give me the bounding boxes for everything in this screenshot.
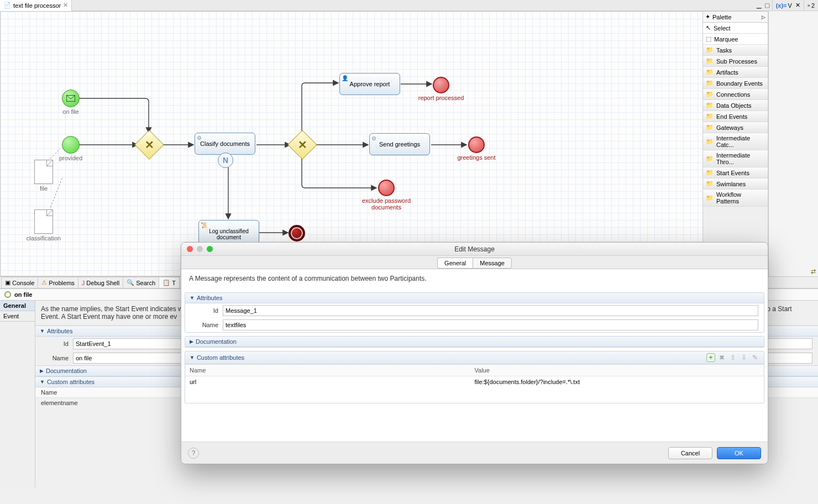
palette-cat-label: Connections [716, 91, 750, 98]
script-icon: 📜 [201, 222, 207, 228]
dialog-section-attributes-head[interactable]: ▼Attributes [185, 293, 764, 303]
end-event-greetings-sent[interactable]: greetings sent [468, 136, 485, 153]
palette-cat-startevents[interactable]: 📁Start Events [703, 167, 768, 179]
minimize-icon[interactable]: ▁ [757, 2, 761, 9]
remove-attribute-button[interactable]: ✖ [717, 353, 726, 362]
end-event-greetings-label: greetings sent [438, 154, 515, 161]
section-label: Custom attributes [197, 354, 244, 361]
section-label: Attributes [47, 328, 72, 334]
chevron-right-icon: ▶ [190, 339, 193, 344]
start-event-plain[interactable]: provided [62, 136, 80, 154]
section-label: Attributes [197, 295, 222, 301]
palette-cat-intthrow[interactable]: 📁Intermediate Thro... [703, 150, 768, 167]
task-classify-documents[interactable]: ⚙Clasify documents N [195, 133, 255, 155]
close-icon[interactable]: ✕ [63, 2, 68, 9]
palette-tool-marquee[interactable]: ⬚Marquee [703, 34, 768, 45]
dialog-section-documentation-head[interactable]: ▶Documentation [185, 337, 764, 347]
chevron-down-icon: ▼ [190, 355, 195, 360]
dialog-tabs: General Message [181, 256, 768, 269]
palette-cat-tasks[interactable]: 📁Tasks [703, 45, 768, 56]
gateway-split[interactable]: ✕ [292, 134, 313, 155]
data-object-classification[interactable]: classification [34, 209, 53, 234]
connection-layer [1, 12, 702, 276]
tab-console[interactable]: ▣Console [1, 277, 38, 288]
palette-cat-dataobjects[interactable]: 📁Data Objects [703, 100, 768, 111]
help-button[interactable]: ? [188, 448, 199, 459]
chevron-down-icon: ▼ [40, 379, 45, 385]
start-event-message[interactable]: on file [62, 90, 80, 107]
palette-cat-label: Data Objects [716, 102, 752, 109]
dialog-section-documentation: ▶Documentation [185, 336, 764, 348]
editor-tabbar: 📄 text file processor ✕ ▁ ▢ (x)= V ✕ » 2 [0, 0, 818, 11]
folder-icon: 📁 [706, 91, 714, 98]
palette-cat-workflowpatterns[interactable]: 📁Workflow Patterns [703, 190, 768, 207]
custom-attr-row[interactable]: url file:${documents.folder}/?include=.*… [185, 376, 764, 387]
chevron-right-icon[interactable]: ▷ [762, 14, 765, 20]
end-event-report-label: report processed [402, 95, 480, 101]
palette-cat-label: End Events [716, 113, 747, 120]
move-down-button[interactable]: ⇩ [740, 353, 748, 362]
dialog-tab-general[interactable]: General [437, 258, 473, 269]
task-classify-label: Clasify documents [200, 140, 250, 147]
editor-tab-processor[interactable]: 📄 text file processor ✕ [0, 0, 72, 11]
gateway-merge[interactable]: ✕ [139, 134, 160, 155]
section-label: Custom attributes [47, 379, 95, 385]
ok-button[interactable]: OK [717, 447, 761, 459]
palette-tool-select[interactable]: ↖Select [703, 23, 768, 34]
task-greetings-label: Send greetings [379, 141, 420, 148]
data-object-file[interactable]: file [34, 160, 53, 184]
palette-cat-swimlanes[interactable]: 📁Swimlanes [703, 179, 768, 190]
gear-icon: ⚙ [197, 135, 202, 141]
section-label: Documentation [46, 368, 87, 374]
edit-message-dialog: Edit Message General Message A Message r… [181, 242, 768, 464]
folder-icon: 📁 [706, 169, 714, 176]
tab-debug-shell[interactable]: JDebug Shell [78, 277, 123, 288]
properties-tab-event[interactable]: Event [0, 311, 35, 322]
throw-event-exclude-pwd[interactable]: exclude password documents [378, 180, 395, 196]
move-up-button[interactable]: ⇧ [728, 353, 737, 362]
folder-icon: 📁 [706, 69, 714, 76]
palette-cat-gateways[interactable]: 📁Gateways [703, 122, 768, 133]
palette-cat-label: Artifacts [716, 69, 738, 76]
add-attribute-button[interactable]: + [706, 353, 715, 362]
palette-cat-boundary[interactable]: 📁Boundary Events [703, 78, 768, 89]
cancel-button[interactable]: Cancel [668, 447, 712, 459]
palette-cat-endevents[interactable]: 📁End Events [703, 111, 768, 122]
dialog-section-custom: ▼ Custom attributes + ✖ ⇧ ⇩ ✎ Name Value… [185, 351, 764, 403]
close-icon[interactable]: ✕ [795, 2, 800, 9]
bpmn-canvas[interactable]: on file provided file classification ✕ ⚙… [0, 11, 703, 276]
palette-cat-intcatch[interactable]: 📁Intermediate Catc... [703, 133, 768, 150]
palette-cat-connections[interactable]: 📁Connections [703, 89, 768, 100]
task-log-unclassified[interactable]: 📜Log unclassified document [198, 220, 259, 244]
palette-cat-subprocesses[interactable]: 📁Sub Processes [703, 56, 768, 67]
tab-problems[interactable]: ⚠Problems [38, 277, 78, 288]
custom-attr-empty-row [185, 387, 764, 403]
properties-tab-general[interactable]: General [0, 301, 35, 311]
end-event-report-processed[interactable]: report processed [433, 77, 449, 93]
edit-attribute-button[interactable]: ✎ [751, 353, 759, 362]
throw-event-exclude-label: exclude password documents [356, 197, 417, 211]
dialog-tab-message[interactable]: Message [473, 258, 512, 269]
palette-header[interactable]: ✦ Palette ▷ [703, 12, 768, 23]
end-event-unclassified[interactable]: Unclassified document [289, 225, 305, 242]
tab-search[interactable]: 🔍Search [123, 277, 159, 288]
link-icon[interactable]: ⇄ [769, 267, 818, 276]
palette-cat-label: Boundary Events [716, 80, 763, 87]
dialog-id-input[interactable] [223, 305, 758, 316]
task-send-greetings[interactable]: ⚙Send greetings [369, 133, 430, 155]
palette-title: Palette [712, 14, 759, 20]
overflow-tab[interactable]: » 2 [804, 0, 818, 11]
task-approve-report[interactable]: 👤Approve report [339, 73, 400, 95]
tab-search-label: Search [136, 280, 155, 286]
dialog-titlebar[interactable]: Edit Message [181, 243, 768, 256]
palette-cat-artifacts[interactable]: 📁Artifacts [703, 67, 768, 78]
tab-properties[interactable]: 📋T [159, 277, 180, 288]
maximize-icon[interactable]: ▢ [764, 2, 770, 9]
variables-view-tab[interactable]: (x)= V ✕ [772, 0, 804, 11]
chevron-right-icon: ▶ [40, 368, 44, 374]
dialog-name-input[interactable] [223, 319, 758, 330]
editor-tab-label: text file processor [13, 2, 61, 9]
palette-icon: ✦ [705, 13, 710, 20]
palette-cat-label: Swimlanes [716, 181, 746, 187]
dialog-section-custom-head[interactable]: ▼ Custom attributes + ✖ ⇧ ⇩ ✎ [185, 351, 764, 364]
